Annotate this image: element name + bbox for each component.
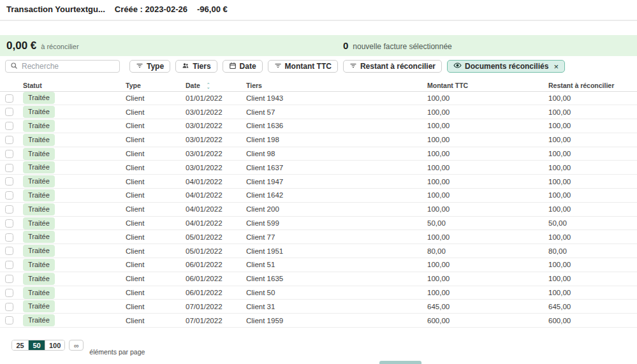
- restant-cell: 600,00: [548, 314, 637, 328]
- column-header-type[interactable]: Type: [126, 80, 186, 91]
- row-checkbox[interactable]: [5, 316, 13, 324]
- restant-cell: 100,00: [548, 189, 637, 203]
- date-cell: 04/01/2022: [186, 202, 246, 216]
- column-header-tiers[interactable]: Tiers: [246, 80, 427, 91]
- filter-chip-documents-reconcilies[interactable]: Documents réconciliés ×: [447, 60, 565, 73]
- filter-chip-type[interactable]: Type: [129, 60, 170, 73]
- table-row[interactable]: TraitéeClient04/01/2022Client 1642100,00…: [0, 189, 637, 203]
- table-row[interactable]: TraitéeClient05/01/2022Client 77100,0010…: [0, 230, 637, 244]
- search-input[interactable]: [22, 62, 115, 71]
- table-row[interactable]: TraitéeClient06/01/2022Client 1635100,00…: [0, 272, 637, 286]
- status-badge: Traitée: [23, 273, 55, 285]
- column-header-restant[interactable]: Restant à réconcilier: [548, 80, 637, 91]
- validate-button-partial[interactable]: [379, 361, 421, 364]
- row-checkbox[interactable]: [5, 191, 13, 200]
- status-badge: Traitée: [23, 259, 55, 271]
- search-box[interactable]: [5, 60, 120, 73]
- status-badge: Traitée: [23, 120, 55, 132]
- row-checkbox-cell: [0, 189, 23, 203]
- table-row[interactable]: TraitéeClient04/01/2022Client 200100,001…: [0, 202, 637, 216]
- page-size-infinity[interactable]: ∞: [69, 340, 84, 351]
- restant-cell: 100,00: [548, 119, 637, 133]
- tiers-cell: Client 198: [246, 133, 427, 147]
- status-badge: Traitée: [23, 106, 55, 118]
- montant-ttc-cell: 100,00: [427, 189, 548, 203]
- close-icon[interactable]: ×: [553, 62, 559, 71]
- filter-chip-restant[interactable]: Restant à réconcilier: [343, 60, 442, 73]
- restant-cell: 100,00: [548, 133, 637, 147]
- row-checkbox[interactable]: [5, 94, 13, 103]
- type-cell: Client: [126, 133, 186, 147]
- row-checkbox[interactable]: [5, 205, 13, 214]
- page-size-50[interactable]: 50: [29, 340, 45, 350]
- date-cell: 06/01/2022: [186, 286, 246, 300]
- filter-chip-label: Documents réconciliés: [465, 62, 548, 71]
- column-header-date[interactable]: Date⌃⌄: [186, 80, 246, 91]
- table-row[interactable]: TraitéeClient03/01/2022Client 98100,0010…: [0, 147, 637, 161]
- restant-cell: 100,00: [548, 105, 637, 119]
- row-checkbox[interactable]: [5, 150, 13, 158]
- montant-ttc-cell: 600,00: [427, 314, 548, 328]
- status-badge: Traitée: [23, 134, 55, 146]
- row-checkbox[interactable]: [5, 164, 13, 172]
- row-checkbox[interactable]: [5, 233, 13, 242]
- table-row[interactable]: TraitéeClient05/01/2022Client 195180,008…: [0, 244, 637, 258]
- type-cell: Client: [126, 244, 186, 258]
- row-checkbox[interactable]: [5, 108, 13, 116]
- selected-invoices-count: 0: [343, 40, 348, 51]
- column-header-statut[interactable]: Statut: [23, 80, 126, 91]
- row-checkbox[interactable]: [5, 289, 13, 297]
- type-cell: Client: [126, 286, 186, 300]
- filter-chip-date[interactable]: Date: [223, 60, 263, 73]
- table-row[interactable]: TraitéeClient03/01/2022Client 198100,001…: [0, 133, 637, 147]
- table-row[interactable]: TraitéeClient04/01/2022Client 1947100,00…: [0, 175, 637, 189]
- status-cell: Traitée: [23, 119, 126, 133]
- tiers-cell: Client 1959: [246, 314, 427, 328]
- type-cell: Client: [126, 314, 186, 328]
- status-cell: Traitée: [23, 216, 126, 230]
- row-checkbox-cell: [0, 105, 23, 119]
- row-checkbox[interactable]: [5, 261, 13, 269]
- date-cell: 07/01/2022: [186, 314, 246, 328]
- status-cell: Traitée: [23, 258, 126, 272]
- eye-icon: [453, 61, 462, 71]
- transaction-title: Transaction Yourtextgu...: [6, 4, 105, 14]
- table-row[interactable]: TraitéeClient04/01/2022Client 59950,0050…: [0, 216, 637, 230]
- row-checkbox[interactable]: [5, 275, 13, 283]
- type-cell: Client: [126, 216, 186, 230]
- row-checkbox[interactable]: [5, 177, 13, 186]
- status-cell: Traitée: [23, 286, 126, 300]
- date-cell: 05/01/2022: [186, 244, 246, 258]
- tiers-cell: Client 1951: [246, 244, 427, 258]
- row-checkbox-cell: [0, 216, 23, 230]
- table-row[interactable]: TraitéeClient06/01/2022Client 51100,0010…: [0, 258, 637, 272]
- row-checkbox[interactable]: [5, 303, 13, 311]
- row-checkbox[interactable]: [5, 219, 13, 228]
- page-size-100[interactable]: 100: [45, 340, 64, 350]
- table-row[interactable]: TraitéeClient07/01/2022Client 31645,0064…: [0, 300, 637, 314]
- table-row[interactable]: TraitéeClient03/01/2022Client 57100,0010…: [0, 105, 637, 119]
- sort-icon[interactable]: ⌃⌄: [207, 84, 210, 89]
- filter-chip-tiers[interactable]: Tiers: [175, 60, 217, 73]
- row-checkbox[interactable]: [5, 122, 13, 130]
- row-checkbox[interactable]: [5, 136, 13, 144]
- type-cell: Client: [126, 189, 186, 203]
- tiers-cell: Client 51: [246, 258, 427, 272]
- row-checkbox[interactable]: [5, 247, 13, 255]
- row-checkbox-cell: [0, 161, 23, 175]
- row-checkbox-cell: [0, 230, 23, 244]
- filter-chip-montant-ttc[interactable]: Montant TTC: [268, 60, 338, 73]
- montant-ttc-cell: 100,00: [427, 230, 548, 244]
- users-icon: [182, 62, 189, 71]
- table-row[interactable]: TraitéeClient03/01/2022Client 1637100,00…: [0, 161, 637, 175]
- table-row[interactable]: TraitéeClient03/01/2022Client 1636100,00…: [0, 119, 637, 133]
- tiers-cell: Client 1636: [246, 119, 427, 133]
- page-size-25[interactable]: 25: [12, 340, 29, 350]
- table-row[interactable]: TraitéeClient06/01/2022Client 50100,0010…: [0, 286, 637, 300]
- type-cell: Client: [126, 119, 186, 133]
- row-checkbox-cell: [0, 314, 23, 328]
- table-row[interactable]: TraitéeClient01/01/2022Client 1943100,00…: [0, 91, 637, 105]
- column-header-montant-ttc[interactable]: Montant TTC: [427, 80, 548, 91]
- status-cell: Traitée: [23, 272, 126, 286]
- table-row[interactable]: TraitéeClient07/01/2022Client 1959600,00…: [0, 314, 637, 328]
